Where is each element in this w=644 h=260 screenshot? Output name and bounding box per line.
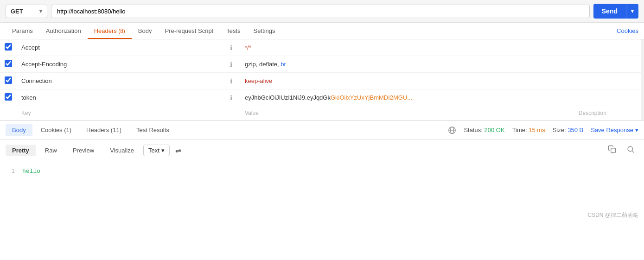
key-token: token bbox=[17, 89, 225, 106]
accept-checkbox[interactable] bbox=[5, 43, 12, 51]
wrap-icon[interactable]: ⇌ bbox=[172, 144, 184, 157]
tab-authorization[interactable]: Authorization bbox=[39, 23, 88, 39]
headers-table: Accept ℹ */* Accept-Encoding ℹ gzip, def… bbox=[0, 39, 644, 120]
checkbox-cell[interactable] bbox=[0, 39, 17, 56]
resp-tab-test-results[interactable]: Test Results bbox=[130, 124, 176, 136]
info-icon-token[interactable]: ℹ bbox=[225, 89, 240, 106]
text-selector-chevron-icon: ▾ bbox=[161, 147, 165, 154]
tab-tests[interactable]: Tests bbox=[220, 23, 247, 39]
checkbox-cell[interactable] bbox=[0, 89, 17, 106]
url-bar: GET ▾ Send ▾ bbox=[0, 0, 644, 23]
value-placeholder: Value bbox=[240, 106, 574, 120]
key-accept-encoding: Accept-Encoding bbox=[17, 56, 225, 73]
time-label: Time: 15 ms bbox=[512, 127, 545, 133]
send-label: Send bbox=[593, 4, 626, 19]
line-content: hello bbox=[22, 168, 40, 175]
value-accept: */* bbox=[240, 39, 574, 56]
method-selector[interactable]: GET ▾ bbox=[6, 5, 47, 18]
placeholder-row: Key Value Description bbox=[0, 106, 644, 120]
method-chevron-icon: ▾ bbox=[39, 8, 42, 14]
send-dropdown-icon[interactable]: ▾ bbox=[626, 5, 638, 18]
value-token: eyJhbGciOiJIUzI1NiJ9.eyJqdGkGkiOilxYzUxY… bbox=[240, 89, 574, 106]
tab-params[interactable]: Params bbox=[6, 23, 39, 39]
response-body: 1 hello bbox=[0, 161, 644, 208]
table-row: token ℹ eyJhbGciOiJIUzI1NiJ9.eyJqdGkGkiO… bbox=[0, 89, 644, 106]
key-placeholder[interactable]: Key bbox=[17, 106, 225, 120]
save-response-button[interactable]: Save Response ▾ bbox=[591, 127, 638, 133]
copy-icon[interactable] bbox=[604, 143, 620, 157]
tab-body[interactable]: Body bbox=[132, 23, 159, 39]
fmt-tab-pretty[interactable]: Pretty bbox=[6, 145, 36, 156]
checkbox-cell[interactable] bbox=[0, 56, 17, 73]
key-connection: Connection bbox=[17, 73, 225, 89]
svg-line-5 bbox=[632, 151, 634, 152]
tab-headers[interactable]: Headers (8) bbox=[88, 23, 132, 39]
table-row: Connection ℹ keep-alive bbox=[0, 73, 644, 89]
connection-checkbox[interactable] bbox=[5, 76, 12, 84]
table-row: Accept ℹ */* bbox=[0, 39, 644, 56]
description-placeholder: Description bbox=[574, 106, 644, 120]
list-item: 1 hello bbox=[0, 167, 644, 176]
info-icon-accept-encoding[interactable]: ℹ bbox=[225, 56, 240, 73]
response-tabs: Body Cookies (1) Headers (11) Test Resul… bbox=[0, 121, 644, 140]
text-format-selector[interactable]: Text ▾ bbox=[143, 145, 170, 156]
info-icon-accept[interactable]: ℹ bbox=[225, 39, 240, 56]
size-value: 350 B bbox=[567, 127, 583, 133]
headers-section: Accept ℹ */* Accept-Encoding ℹ gzip, def… bbox=[0, 39, 644, 121]
send-button[interactable]: Send ▾ bbox=[593, 4, 638, 19]
save-response-chevron-icon: ▾ bbox=[635, 127, 638, 133]
value-accept-encoding: gzip, deflate, br bbox=[240, 56, 574, 73]
table-row: Accept-Encoding ℹ gzip, deflate, br bbox=[0, 56, 644, 73]
search-icon[interactable] bbox=[623, 143, 638, 157]
request-tabs: Params Authorization Headers (8) Body Pr… bbox=[0, 23, 644, 39]
info-icon-connection[interactable]: ℹ bbox=[225, 73, 240, 89]
svg-point-4 bbox=[628, 146, 633, 152]
resp-tab-headers[interactable]: Headers (11) bbox=[80, 124, 128, 136]
size-label: Size: 350 B bbox=[553, 127, 584, 133]
tab-pre-request[interactable]: Pre-request Script bbox=[158, 23, 220, 39]
value-connection: keep-alive bbox=[240, 73, 574, 89]
accept-encoding-checkbox[interactable] bbox=[5, 60, 12, 67]
key-accept: Accept bbox=[17, 39, 225, 56]
watermark: CSDN @律二萌萌哒 bbox=[0, 208, 644, 223]
resp-tab-cookies[interactable]: Cookies (1) bbox=[34, 124, 78, 136]
status-info: Status: 200 OK Time: 15 ms Size: 350 B S… bbox=[448, 126, 638, 134]
scrollbar[interactable] bbox=[641, 39, 644, 120]
fmt-tab-preview[interactable]: Preview bbox=[66, 145, 101, 156]
resp-tab-body[interactable]: Body bbox=[6, 124, 32, 136]
time-value: 15 ms bbox=[529, 127, 545, 133]
fmt-tab-raw[interactable]: Raw bbox=[38, 145, 64, 156]
url-input[interactable] bbox=[51, 5, 590, 18]
status-label: Status: 200 OK bbox=[464, 127, 504, 133]
tab-settings[interactable]: Settings bbox=[247, 23, 282, 39]
svg-rect-3 bbox=[611, 148, 616, 153]
checkbox-cell[interactable] bbox=[0, 73, 17, 89]
line-number: 1 bbox=[6, 168, 22, 174]
cookies-link[interactable]: Cookies bbox=[617, 23, 638, 39]
headers-badge: (8) bbox=[117, 28, 125, 34]
status-value: 200 OK bbox=[485, 127, 505, 133]
method-label: GET bbox=[11, 8, 23, 15]
body-format-row: Pretty Raw Preview Visualize Text ▾ ⇌ bbox=[0, 140, 644, 161]
fmt-tab-visualize[interactable]: Visualize bbox=[103, 145, 140, 156]
token-checkbox[interactable] bbox=[5, 93, 12, 101]
globe-icon bbox=[448, 126, 456, 134]
